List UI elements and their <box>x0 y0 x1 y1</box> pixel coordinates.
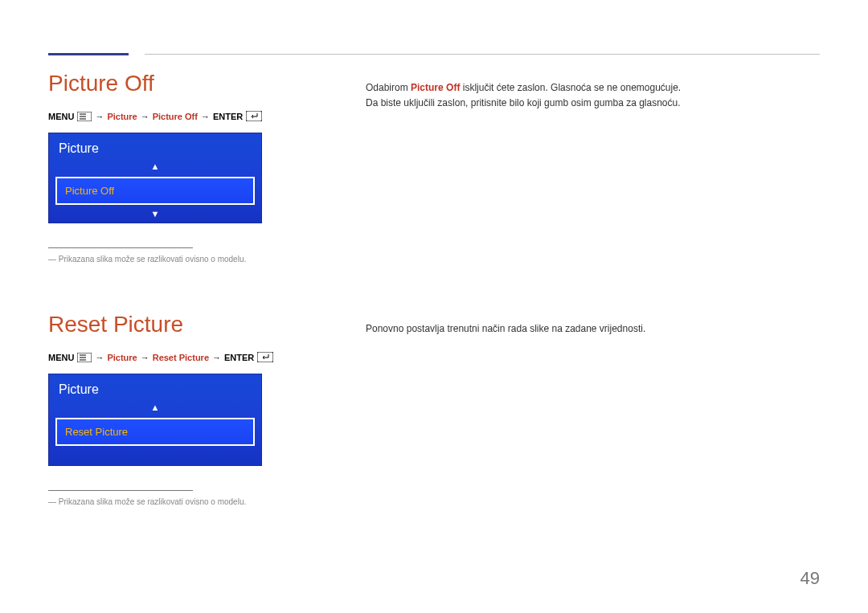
osd-title: Picture <box>49 374 261 402</box>
footnote-text: Prikazana slika može se razlikovati ovis… <box>48 255 366 264</box>
section-picture-off: Picture Off MENU → Picture → Picture Off… <box>48 71 820 264</box>
osd-title: Picture <box>49 133 261 161</box>
content-area: Picture Off MENU → Picture → Picture Off… <box>48 47 820 530</box>
desc-bold-picture-off: Picture Off <box>411 82 460 93</box>
footnote-rule <box>48 490 193 491</box>
chevron-down-icon: ▼ <box>49 208 261 223</box>
breadcrumb-item-picture: Picture <box>107 353 137 362</box>
enter-icon <box>246 111 262 121</box>
breadcrumb-arrow: → <box>95 112 104 121</box>
breadcrumb-arrow: → <box>212 353 221 362</box>
footnote-text: Prikazana slika može se razlikovati ovis… <box>48 497 366 506</box>
description-line-2: Da biste uključili zaslon, pritisnite bi… <box>366 96 820 111</box>
menu-icon <box>77 352 92 362</box>
breadcrumb-menu-label: MENU <box>48 353 74 362</box>
osd-panel-picture-off: Picture ▲ Picture Off ▼ <box>48 133 262 223</box>
section1-right-column: Odabirom Picture Off isključit ćete zasl… <box>366 71 820 264</box>
section1-left-column: Picture Off MENU → Picture → Picture Off… <box>48 71 366 264</box>
description-line: Ponovno postavlja trenutni način rada sl… <box>366 321 820 337</box>
breadcrumb-enter-label: ENTER <box>213 112 243 121</box>
breadcrumb-arrow: → <box>201 112 210 121</box>
page-number: 49 <box>800 568 820 589</box>
breadcrumb-enter-label: ENTER <box>224 353 254 362</box>
desc-post: isključit ćete zaslon. Glasnoća se ne on… <box>460 82 681 93</box>
section2-left-column: Reset Picture MENU → Picture → Reset Pic… <box>48 312 366 506</box>
breadcrumb-picture-off: MENU → Picture → Picture Off → ENTER <box>48 111 366 121</box>
osd-panel-reset-picture: Picture ▲ Reset Picture <box>48 374 262 466</box>
breadcrumb-arrow: → <box>141 353 149 362</box>
section-reset-picture: Reset Picture MENU → Picture → Reset Pic… <box>48 312 820 506</box>
breadcrumb-arrow: → <box>141 112 149 121</box>
footnote-rule <box>48 247 193 248</box>
breadcrumb-menu-label: MENU <box>48 112 74 121</box>
osd-selected-item: Reset Picture <box>55 418 255 446</box>
heading-reset-picture: Reset Picture <box>48 312 366 337</box>
chevron-up-icon: ▲ <box>49 402 261 416</box>
breadcrumb-arrow: → <box>95 353 104 362</box>
breadcrumb-reset-picture: MENU → Picture → Reset Picture → ENTER <box>48 352 366 362</box>
page-root: Picture Off MENU → Picture → Picture Off… <box>0 0 868 613</box>
breadcrumb-item-reset-picture: Reset Picture <box>153 353 209 362</box>
breadcrumb-item-picture: Picture <box>107 112 137 121</box>
menu-icon <box>77 111 92 121</box>
breadcrumb-item-picture-off: Picture Off <box>153 112 198 121</box>
section2-right-column: Ponovno postavlja trenutni način rada sl… <box>366 312 820 506</box>
desc-pre: Odabirom <box>366 82 411 93</box>
heading-picture-off: Picture Off <box>48 71 366 96</box>
osd-bottom-spacer <box>49 449 261 465</box>
enter-icon <box>257 352 273 362</box>
description-line-1: Odabirom Picture Off isključit ćete zasl… <box>366 80 820 96</box>
osd-selected-item: Picture Off <box>55 177 255 205</box>
chevron-up-icon: ▲ <box>49 161 261 175</box>
